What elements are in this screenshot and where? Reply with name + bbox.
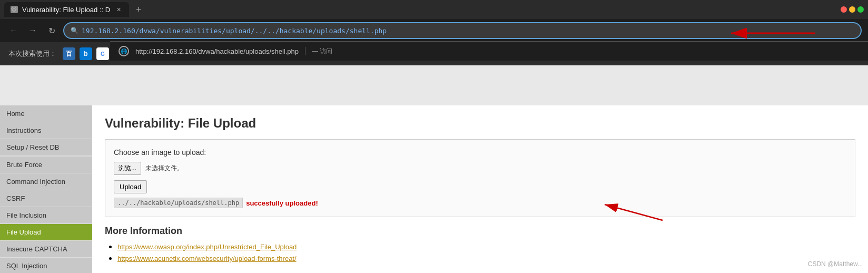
arrow-annotation-2 [599,199,684,226]
sidebar-menu: Home Instructions Setup / Reset DB Brute… [0,105,92,273]
owasp-link[interactable]: https://www.owasp.org/index.php/Unrestri… [117,243,297,251]
active-tab[interactable]: 🛡 Vulnerability: File Upload :: D ✕ [4,2,129,17]
sidebar-link-sql-injection[interactable]: SQL Injection [0,258,92,273]
no-file-text: 未选择文件。 [145,164,183,173]
sidebar-link-setup[interactable]: Setup / Reset DB [0,139,92,155]
window-maximize[interactable] [857,6,864,13]
tab-favicon: 🛡 [11,6,18,13]
more-info-links: https://www.owasp.org/index.php/Unrestri… [105,242,855,263]
window-close[interactable] [841,6,847,13]
sidebar-item-command-injection[interactable]: Command Injection [0,173,92,190]
google-icon[interactable]: G [96,47,109,60]
svg-line-3 [605,204,663,220]
tab-title: Vulnerability: File Upload :: D [22,6,110,14]
sidebar-link-home[interactable]: Home [0,105,92,122]
sidebar-item-sql-injection[interactable]: SQL Injection [0,258,92,273]
search-label: 本次搜索使用： [8,49,56,58]
dvwa-main: Vulnerability: File Upload Choose an ima… [92,105,868,273]
upload-box: Choose an image to upload: 浏览... 未选择文件。 … [105,139,855,217]
suggestion-action: — 访问 [312,47,332,56]
success-path: ../../hackable/uploads/shell.php [114,198,243,208]
sidebar-link-brute-force[interactable]: Brute Force [0,157,92,173]
sidebar-item-instructions[interactable]: Instructions [0,122,92,139]
link-item-1: https://www.owasp.org/index.php/Unrestri… [117,242,855,251]
back-button[interactable]: ← [6,23,21,38]
success-text: succesfully uploaded! [246,199,318,207]
acunetix-link[interactable]: https://www.acunetix.com/websecurity/upl… [117,255,297,262]
separator [305,47,305,55]
page-content: Home Instructions Setup / Reset DB Brute… [0,105,868,273]
upload-button[interactable]: Upload [114,180,147,193]
sidebar-item-setup[interactable]: Setup / Reset DB [0,139,92,156]
sidebar-item-home[interactable]: Home [0,105,92,122]
sidebar-item-csrf[interactable]: CSRF [0,190,92,207]
window-controls [841,6,864,13]
forward-button[interactable]: → [25,23,40,38]
sidebar-item-file-inclusion[interactable]: File Inclusion [0,207,92,224]
search-icon: 🔍 [71,27,78,34]
sidebar-link-command-injection[interactable]: Command Injection [0,173,92,190]
more-info-title: More Information [105,226,855,237]
upload-label: Choose an image to upload: [114,148,846,157]
sidebar-link-csrf[interactable]: CSRF [0,190,92,207]
sidebar-link-instructions[interactable]: Instructions [0,122,92,139]
sidebar-link-insecure-captcha[interactable]: Insecure CAPTCHA [0,241,92,257]
suggestion-item[interactable]: 🌐 http://192.168.2.160/dvwa/hackable/upl… [110,42,868,61]
window-minimize[interactable] [849,6,855,13]
page-title: Vulnerability: File Upload [105,116,855,131]
tab-close-button[interactable]: ✕ [114,5,123,14]
sidebar-item-brute-force[interactable]: Brute Force [0,157,92,173]
baidu-icon[interactable]: 百 [63,47,75,60]
new-tab-button[interactable]: + [131,2,146,17]
success-row: ../../hackable/uploads/shell.php succesf… [114,198,846,208]
sidebar-link-file-inclusion[interactable]: File Inclusion [0,207,92,223]
sidebar-item-file-upload[interactable]: File Upload [0,224,92,241]
link-item-2: https://www.acunetix.com/websecurity/upl… [117,253,855,263]
tab-bar: 🛡 Vulnerability: File Upload :: D ✕ + [0,0,868,19]
file-input-row: 浏览... 未选择文件。 [114,162,846,175]
globe-icon: 🌐 [119,46,129,56]
bing-icon[interactable]: b [80,47,92,60]
csdn-watermark: CSDN @Matthew... [808,260,863,268]
nav-bar: ← → ↻ 🔍 192.168.2.160/dvwa/vulnerabiliti… [0,19,868,42]
browse-button[interactable]: 浏览... [114,162,141,175]
sidebar-link-file-upload[interactable]: File Upload [0,224,92,240]
suggestion-url: http://192.168.2.160/dvwa/hackable/uploa… [135,47,299,55]
address-dropdown: 🌐 http://192.168.2.160/dvwa/hackable/upl… [110,41,868,61]
dvwa-sidebar: Home Instructions Setup / Reset DB Brute… [0,105,92,273]
sidebar-item-insecure-captcha[interactable]: Insecure CAPTCHA [0,241,92,258]
refresh-button[interactable]: ↻ [44,23,59,38]
